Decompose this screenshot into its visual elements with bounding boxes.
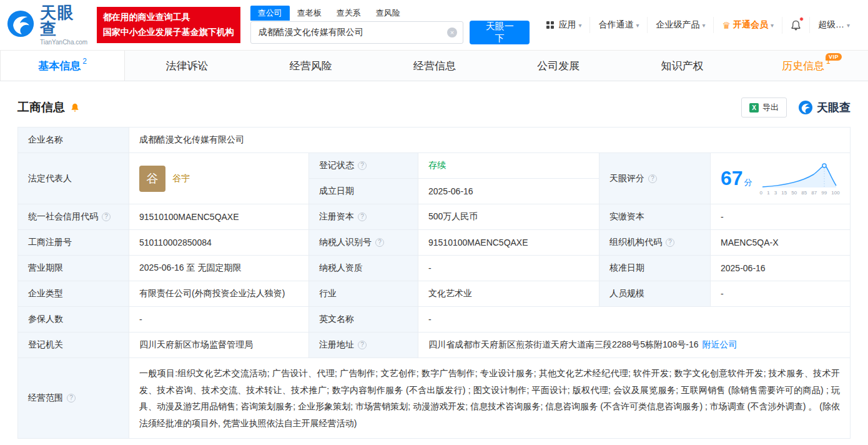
info-icon[interactable]: ? (358, 212, 367, 221)
tianyancha-logo[interactable]: 天眼查 TianYanCha.com (6, 4, 88, 46)
tab-history-info-badge: 1 (826, 57, 831, 66)
info-icon[interactable]: ? (67, 394, 76, 402)
nav-open-vip-label: 开通会员 (733, 19, 768, 31)
excel-icon: X (749, 103, 759, 112)
value-legal-rep: 谷 谷宇 (129, 153, 309, 204)
business-info-table: 企业名称 成都酷漫文化传媒有限公司 法定代表人 谷 谷宇 登记状态? (17, 127, 851, 439)
info-icon[interactable]: ? (666, 238, 674, 247)
label-insured-count: 参保人数 (18, 307, 129, 332)
tab-operating-info[interactable]: 经营信息 (373, 51, 496, 81)
tab-company-development[interactable]: 公司发展 (496, 51, 620, 81)
crown-icon: ♛ (722, 21, 730, 30)
value-score: 67分 0131550858799100 (711, 153, 851, 204)
value-company-type: 有限责任公司(外商投资企业法人独资) (129, 281, 309, 307)
label-reg-capital: 注册资本? (309, 204, 418, 230)
nav-apps[interactable]: 应用 ▾ (538, 17, 589, 33)
nav-enterprise-products[interactable]: 企业级产品 ▾ (647, 17, 713, 33)
notification-bell[interactable] (782, 17, 809, 34)
tab-basic-info-badge: 2 (82, 57, 87, 66)
label-business-term: 营业期限 (18, 256, 129, 281)
search-tab-risk[interactable]: 查风险 (368, 6, 408, 21)
label-reg-status: 登记状态? (309, 153, 418, 179)
label-credit-code: 统一社会信用代码? (18, 204, 129, 230)
nearby-companies-link[interactable]: 附近公司 (703, 339, 737, 349)
reg-status-text: 存续 (428, 160, 446, 170)
brand-watermark-text: 天眼查 (817, 100, 851, 115)
value-company-name: 成都酷漫文化传媒有限公司 (129, 128, 851, 153)
value-taxpayer-id: 91510100MAENC5QAXE (418, 230, 599, 256)
top-nav: 应用 ▾ 合作通道 ▾ 企业级产品 ▾ ♛ 开通会员 ▾ 超级… ▾ (538, 17, 858, 34)
tab-operating-info-label: 经营信息 (413, 59, 456, 73)
value-approval-date: 2025-06-16 (711, 256, 851, 281)
nav-enterprise-products-label: 企业级产品 (656, 19, 699, 31)
tab-operating-risk[interactable]: 经营风险 (249, 51, 373, 81)
label-company-name: 企业名称 (18, 128, 129, 153)
search-tab-company[interactable]: 查公司 (250, 6, 290, 21)
label-score: 天眼评分? (599, 153, 711, 204)
value-credit-code: 91510100MAENC5QAXE (129, 204, 309, 230)
score-chart: 0131550858799100 (760, 162, 840, 196)
chevron-down-icon: ▾ (578, 22, 581, 29)
label-taxpayer-quality: 纳税人资质 (309, 256, 418, 281)
slogan-line2: 国家中小企业发展子基金旗下机构 (103, 25, 234, 40)
label-reg-address: 注册地址? (309, 332, 418, 358)
slogan-banner: 都在用的商业查询工具 国家中小企业发展子基金旗下机构 (97, 7, 240, 43)
value-taxpayer-quality: - (418, 256, 599, 281)
search-tabs: 查公司 查老板 查关系 查风险 (250, 6, 530, 21)
label-staff-size: 人员规模 (599, 281, 711, 307)
info-icon[interactable]: ? (358, 341, 367, 349)
nav-super-vip-label: 超级… (818, 19, 844, 31)
clear-icon[interactable]: × (447, 28, 457, 38)
label-approval-date: 核准日期 (599, 256, 711, 281)
tab-intellectual-property-label: 知识产权 (661, 59, 704, 73)
logo-subtitle: TianYanCha.com (40, 39, 88, 46)
tab-legal-proceedings[interactable]: 法律诉讼 (125, 51, 249, 81)
value-reg-address: 四川省成都市天府新区煎茶街道天府大道南三段2288号5栋附108号-16附近公司 (418, 332, 851, 358)
nav-open-vip[interactable]: ♛ 开通会员 ▾ (713, 17, 781, 33)
reg-address-text: 四川省成都市天府新区煎茶街道天府大道南三段2288号5栋附108号-16 (428, 339, 699, 349)
label-establish-date: 成立日期 (309, 179, 418, 204)
value-org-code: MAENC5QA-X (711, 230, 851, 256)
label-reg-number: 工商注册号 (18, 230, 129, 256)
tab-intellectual-property[interactable]: 知识产权 (620, 51, 744, 81)
value-reg-capital: 500万人民币 (418, 204, 599, 230)
nav-cooperation[interactable]: 合作通道 ▾ (589, 17, 647, 33)
label-business-scope: 经营范围? (18, 358, 129, 439)
legal-rep-link[interactable]: 谷宇 (172, 173, 190, 184)
search-input[interactable] (251, 22, 463, 43)
info-icon[interactable]: ? (102, 212, 111, 221)
notification-dot (799, 17, 804, 21)
search-button[interactable]: 天眼一下 (470, 21, 530, 44)
label-org-code: 组织机构代码? (599, 230, 711, 256)
export-button-label: 导出 (762, 102, 779, 113)
tab-history-info-label: 历史信息 (782, 59, 824, 73)
tab-history-info[interactable]: VIP 历史信息 1 (744, 51, 868, 81)
label-company-type: 企业类型 (18, 281, 129, 307)
value-staff-size: - (711, 281, 851, 307)
info-icon[interactable]: ? (375, 238, 384, 247)
tab-basic-info[interactable]: 基本信息 2 (0, 51, 125, 81)
info-icon[interactable]: ? (358, 161, 367, 170)
value-reg-number: 510110002850084 (129, 230, 309, 256)
search-tab-relation[interactable]: 查关系 (329, 6, 368, 21)
value-english-name: - (418, 307, 851, 332)
label-legal-rep: 法定代表人 (18, 153, 129, 204)
value-reg-authority: 四川天府新区市场监督管理局 (129, 332, 309, 358)
chevron-down-icon: ▾ (847, 22, 850, 29)
chevron-down-icon: ▾ (636, 22, 639, 29)
label-english-name: 英文名称 (309, 307, 418, 332)
slogan-line1: 都在用的商业查询工具 (103, 10, 234, 25)
label-industry: 行业 (309, 281, 418, 307)
nav-cooperation-label: 合作通道 (598, 19, 633, 31)
chevron-down-icon: ▾ (771, 22, 774, 29)
nav-super-vip[interactable]: 超级… ▾ (809, 17, 858, 33)
score-axis-ticks: 0131550858799100 (760, 190, 840, 196)
logo-title: 天眼查 (40, 4, 88, 37)
avatar[interactable]: 谷 (139, 166, 165, 192)
monitor-bell-icon[interactable] (70, 102, 80, 112)
label-paid-capital: 实缴资本 (599, 204, 711, 230)
export-button[interactable]: X 导出 (741, 98, 787, 118)
info-icon[interactable]: ? (648, 174, 657, 183)
section-tab-bar: 基本信息 2 法律诉讼 经营风险 经营信息 公司发展 知识产权 VIP 历史信息… (0, 50, 868, 81)
search-tab-boss[interactable]: 查老板 (290, 6, 329, 21)
